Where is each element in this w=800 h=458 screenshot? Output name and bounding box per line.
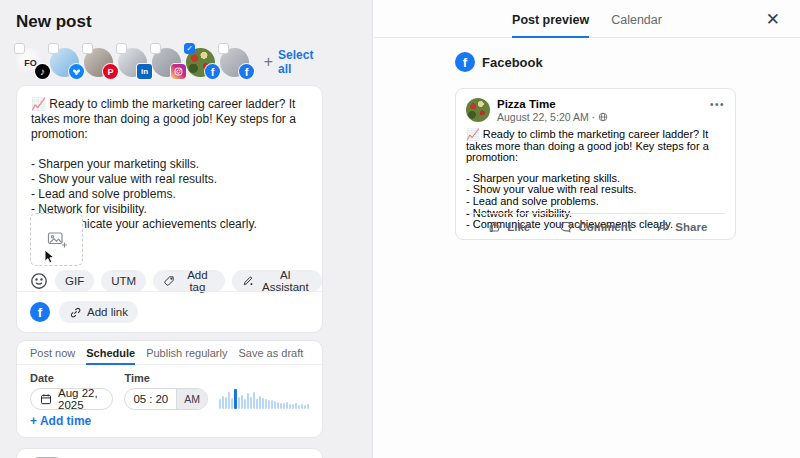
instagram-icon bbox=[171, 64, 186, 79]
add-account-button[interactable]: + bbox=[259, 51, 278, 73]
facebook-icon: f bbox=[30, 302, 50, 322]
like-label: Like bbox=[507, 221, 530, 233]
time-value[interactable]: 05 : 20 bbox=[125, 389, 176, 409]
share-label: Share bbox=[675, 221, 707, 233]
like-button[interactable]: Like bbox=[466, 214, 552, 239]
add-media-dropzone[interactable] bbox=[30, 213, 83, 266]
best-time-bar bbox=[231, 398, 233, 409]
accounts-list: FO♪Pinf✓f bbox=[16, 46, 251, 77]
composer-card: 📈 Ready to climb the marketing career la… bbox=[16, 85, 323, 333]
post-bullet-line: - Lead and solve problems. bbox=[31, 187, 308, 202]
composer-panel: New post FO♪Pinf✓f + Select all 📈 Ready … bbox=[0, 0, 373, 458]
author-block: Pizza Time August 22, 5:20 AM · bbox=[497, 98, 608, 123]
post-text-editor[interactable]: 📈 Ready to climb the marketing career la… bbox=[17, 86, 322, 232]
tab-post-now[interactable]: Post now bbox=[30, 341, 75, 365]
composer-toolbar: GIF UTM Add tag bbox=[30, 270, 322, 292]
post-bullet-line: - Show your value with real results. bbox=[31, 172, 308, 187]
facebook-icon: f bbox=[205, 64, 220, 79]
share-icon bbox=[656, 220, 670, 234]
pinterest-icon: P bbox=[103, 64, 118, 79]
time-minute[interactable]: 20 bbox=[155, 393, 168, 405]
add-time-link[interactable]: + Add time bbox=[30, 414, 91, 428]
best-time-bar bbox=[247, 393, 249, 409]
gif-button-label: GIF bbox=[65, 275, 84, 287]
account-instagram[interactable] bbox=[152, 46, 183, 77]
post-options-icon[interactable]: ••• bbox=[710, 98, 725, 110]
best-time-histogram bbox=[219, 388, 309, 410]
page-title: New post bbox=[16, 12, 92, 32]
best-time-bar bbox=[298, 405, 300, 409]
best-time-bar bbox=[234, 389, 237, 409]
emoji-icon bbox=[30, 272, 48, 290]
utm-button[interactable]: UTM bbox=[101, 270, 146, 292]
date-value: Aug 22, 2025 bbox=[58, 387, 103, 411]
add-tag-button-label: Add tag bbox=[180, 269, 215, 293]
close-button[interactable]: ✕ bbox=[762, 7, 784, 32]
account-checkbox[interactable] bbox=[82, 43, 93, 54]
best-time-bar bbox=[301, 404, 303, 409]
share-button[interactable]: Share bbox=[639, 214, 725, 239]
post-intro: 📈 Ready to climb the marketing career la… bbox=[31, 97, 308, 142]
best-time-bar bbox=[262, 398, 264, 409]
best-time-bar bbox=[277, 402, 279, 409]
best-time-bar bbox=[295, 403, 297, 409]
author-name: Pizza Time bbox=[497, 98, 608, 111]
add-tag-button[interactable]: Add tag bbox=[153, 270, 225, 292]
account-tiktok[interactable]: FO♪ bbox=[16, 46, 47, 77]
comment-icon bbox=[559, 220, 573, 234]
best-time-bar bbox=[244, 399, 246, 409]
link-icon bbox=[69, 306, 82, 319]
tab-publish-regularly[interactable]: Publish regularly bbox=[146, 341, 227, 365]
add-link-button[interactable]: Add link bbox=[59, 301, 138, 323]
comment-button[interactable]: Comment bbox=[552, 214, 638, 239]
ai-assistant-button[interactable]: AI Assistant bbox=[232, 270, 322, 292]
best-time-bar bbox=[241, 395, 243, 409]
add-link-row: f Add link bbox=[17, 291, 322, 332]
emoji-button[interactable] bbox=[30, 272, 48, 290]
publish-options-card: Post nowSchedulePublish regularlySave as… bbox=[16, 340, 323, 438]
preview-post-header: Pizza Time August 22, 5:20 AM · ••• bbox=[456, 89, 735, 123]
time-hour[interactable]: 05 bbox=[133, 393, 146, 405]
tiktok-icon: ♪ bbox=[35, 64, 50, 79]
globe-icon bbox=[598, 112, 608, 122]
preview-panel-tabs: Post previewCalendar bbox=[374, 0, 800, 38]
account-checkbox[interactable] bbox=[150, 43, 161, 54]
ai-assistant-button-label: AI Assistant bbox=[259, 269, 312, 293]
account-pinterest[interactable]: P bbox=[84, 46, 115, 77]
preview-panel: Post previewCalendar ✕ f Facebook Pizza … bbox=[374, 0, 800, 458]
best-time-bar bbox=[307, 404, 309, 409]
tab-calendar[interactable]: Calendar bbox=[611, 0, 662, 38]
like-icon bbox=[488, 220, 502, 234]
best-time-bar bbox=[265, 399, 267, 409]
bluesky-icon bbox=[69, 64, 84, 79]
account-bluesky[interactable] bbox=[50, 46, 81, 77]
pen-sparkle-icon bbox=[242, 275, 254, 287]
date-input[interactable]: Aug 22, 2025 bbox=[30, 388, 113, 410]
tab-save-as-draft[interactable]: Save as draft bbox=[238, 341, 303, 365]
preview-action-bar: LikeCommentShare bbox=[466, 213, 725, 239]
preview-post-intro: 📈 Ready to climb the marketing career la… bbox=[466, 129, 725, 164]
account-checkbox[interactable]: ✓ bbox=[184, 43, 195, 54]
best-time-bar bbox=[256, 399, 258, 409]
best-time-bar bbox=[268, 400, 270, 409]
best-time-bar bbox=[283, 403, 285, 409]
account-checkbox[interactable] bbox=[218, 43, 229, 54]
account-facebook2[interactable]: f bbox=[220, 46, 251, 77]
linkedin-icon: in bbox=[137, 64, 152, 79]
select-all-link[interactable]: Select all bbox=[278, 48, 323, 76]
post-composer-app: New post FO♪Pinf✓f + Select all 📈 Ready … bbox=[0, 0, 800, 458]
account-facebook[interactable]: f✓ bbox=[186, 46, 217, 77]
account-linkedin[interactable]: in bbox=[118, 46, 149, 77]
account-checkbox[interactable] bbox=[14, 43, 25, 54]
best-time-bar bbox=[225, 397, 227, 409]
approval-card: Post needs approval! Learn more bbox=[16, 448, 323, 458]
account-checkbox[interactable] bbox=[116, 43, 127, 54]
best-time-bar bbox=[253, 392, 255, 409]
tab-schedule[interactable]: Schedule bbox=[86, 341, 135, 365]
account-checkbox[interactable] bbox=[48, 43, 59, 54]
meridiem-selector[interactable]: AM bbox=[176, 389, 207, 409]
gif-button[interactable]: GIF bbox=[55, 270, 94, 292]
tab-post-preview[interactable]: Post preview bbox=[512, 0, 589, 38]
best-time-bar bbox=[271, 400, 273, 409]
best-time-bar bbox=[222, 396, 224, 409]
